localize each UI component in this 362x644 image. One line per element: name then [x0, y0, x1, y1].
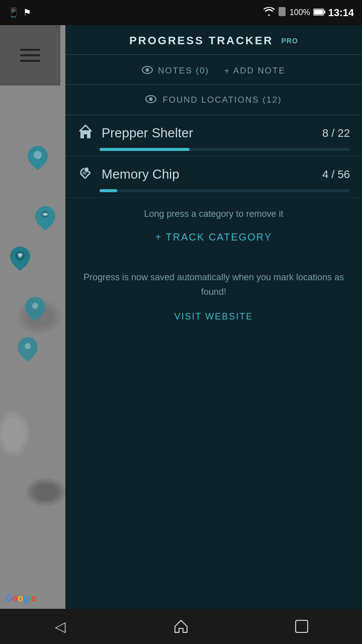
g-blue2: g — [23, 593, 29, 603]
main-panel: PROGRESS TRACKER PRO NOTES (0) + ADD NOT… — [65, 25, 362, 609]
pro-badge: PRO — [282, 37, 298, 45]
svg-rect-0 — [279, 7, 286, 16]
category-memory-chip[interactable]: Memory Chip 4 / 56 — [65, 156, 362, 198]
add-note-button[interactable]: + ADD NOTE — [224, 66, 286, 76]
svg-point-8 — [32, 303, 38, 309]
wifi-icon — [263, 7, 275, 19]
category-header-shelter: Prepper Shelter 8 / 22 — [77, 123, 350, 143]
status-right-icons: 100% 13:14 — [263, 7, 354, 19]
map-pin-5 — [18, 337, 38, 361]
notes-text: NOTES (0) — [158, 66, 209, 76]
svg-point-7 — [18, 254, 22, 258]
visit-website-button[interactable]: VISIT WEBSITE — [80, 311, 347, 322]
home-button[interactable] — [161, 609, 201, 644]
svg-point-16 — [84, 168, 88, 172]
nav-bar: ◁ — [0, 609, 362, 644]
chip-progress-fill — [100, 189, 117, 192]
map-pin-3 — [10, 247, 30, 271]
svg-point-4 — [34, 151, 42, 159]
svg-rect-2 — [314, 10, 323, 14]
map-pin-4 — [25, 297, 45, 321]
category-left-chip: Memory Chip — [77, 165, 179, 184]
svg-point-9 — [25, 343, 31, 349]
notes-row: NOTES (0) + ADD NOTE — [65, 55, 362, 85]
status-left-icons: 📱 ⚑ — [8, 7, 31, 18]
category-header-chip: Memory Chip 4 / 56 — [77, 165, 350, 184]
notes-eye-icon — [142, 65, 153, 76]
svg-rect-18 — [296, 620, 308, 632]
chip-name: Memory Chip — [102, 167, 179, 182]
g-blue: G — [5, 593, 12, 603]
notification-icon: ⚑ — [23, 7, 31, 18]
hint-text: Long press a category to remove it — [65, 198, 362, 224]
locations-label: FOUND LOCATIONS (12) — [162, 95, 282, 105]
autosave-text: Progress is now saved automatically when… — [80, 270, 347, 299]
locations-eye-icon — [145, 94, 156, 106]
phone-icon: 📱 — [8, 7, 19, 18]
shelter-progress-fill — [100, 148, 190, 151]
app-title: PROGRESS TRACKER — [129, 34, 273, 47]
sim-icon — [278, 7, 287, 19]
svg-point-13 — [149, 98, 153, 101]
battery-percentage: 100% — [290, 8, 310, 17]
notes-label: NOTES (0) — [142, 65, 209, 76]
chip-progress-bg — [100, 189, 350, 192]
status-time: 13:14 — [328, 7, 354, 19]
map-pin-1 — [28, 146, 48, 170]
map-pin-2 — [35, 206, 55, 230]
battery-icon — [313, 8, 325, 18]
svg-rect-15 — [84, 134, 87, 138]
g-yellow: o — [18, 593, 23, 603]
shelter-count: 8 / 22 — [322, 127, 350, 140]
category-prepper-shelter[interactable]: Prepper Shelter 8 / 22 — [65, 115, 362, 156]
svg-rect-3 — [324, 11, 325, 14]
track-category-button[interactable]: + TRACK CATEGORY — [65, 224, 362, 250]
g-red2: e — [31, 593, 36, 603]
chip-icon — [77, 165, 94, 184]
chip-count: 4 / 56 — [322, 168, 350, 181]
app-header: PROGRESS TRACKER PRO — [65, 25, 362, 55]
shelter-icon — [77, 123, 94, 143]
google-watermark: Google — [5, 593, 36, 604]
svg-point-11 — [146, 68, 149, 72]
recents-button[interactable] — [282, 609, 322, 644]
svg-rect-17 — [82, 172, 86, 175]
status-bar: 📱 ⚑ 100% 13:14 — [0, 0, 362, 25]
category-left-shelter: Prepper Shelter — [77, 123, 193, 143]
shelter-name: Prepper Shelter — [102, 125, 193, 141]
g-red: o — [12, 593, 18, 603]
hamburger-icon — [20, 49, 40, 62]
locations-row: FOUND LOCATIONS (12) — [65, 85, 362, 115]
autosave-section: Progress is now saved automatically when… — [65, 250, 362, 332]
map-background — [0, 25, 65, 609]
shelter-progress-bg — [100, 148, 350, 151]
back-button[interactable]: ◁ — [40, 609, 80, 644]
sidebar-toggle-button[interactable] — [0, 25, 60, 86]
